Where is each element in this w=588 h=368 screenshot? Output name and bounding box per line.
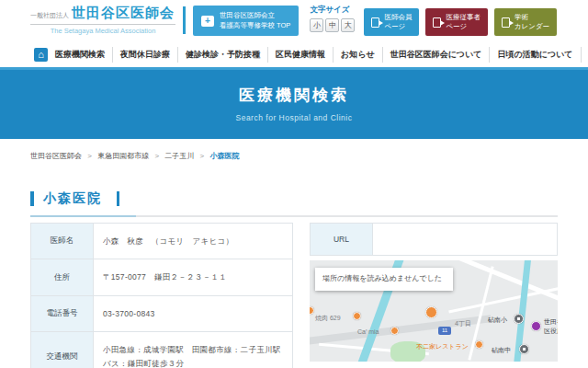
poi-ward-office[interactable]: 世田谷区役所	[544, 317, 558, 336]
font-size-medium-button[interactable]: 中	[325, 18, 339, 32]
nav-item-news[interactable]: お知らせ	[334, 47, 383, 63]
restaurant-pin-icon[interactable]	[310, 306, 314, 315]
member-button-line1: 医師会員	[384, 13, 412, 21]
nav-item-medical-search[interactable]: 医療機関検索	[48, 47, 113, 63]
worker-button-line1: 医療従事者	[446, 13, 481, 21]
page-banner: 医療機関検索 Search for Hospital and Clinic	[0, 67, 588, 139]
table-row-doctor: 医師名 小森 秋彦 （コモリ アキヒコ）	[31, 224, 293, 259]
org-name-en: The Setagaya Medical Association	[30, 27, 175, 35]
location-map[interactable]: 場所の情報を読み込めませんでした 焼肉 629 Ca' mia 11 4丁目 不…	[310, 260, 558, 362]
hospital-icon: +	[201, 16, 214, 27]
school-icon[interactable]	[519, 344, 529, 354]
nav-item-about[interactable]: 世田谷区医師会について	[383, 47, 491, 63]
nursing-school-button[interactable]: + 世田谷区医師会立 看護高等専修学校 TOP	[193, 6, 299, 36]
calendar-button-line1: 学術	[514, 13, 528, 21]
calendar-button-line2: カレンダー	[514, 22, 549, 30]
font-size-large-button[interactable]: 大	[341, 18, 355, 32]
medical-worker-page-button[interactable]: 医療従事者 ページ	[425, 8, 488, 36]
url-table: URL	[310, 223, 558, 256]
url-value	[373, 224, 558, 256]
breadcrumb: 世田谷区医師会 > 東急田園都市線 > 二子玉川 > 小森医院	[0, 139, 588, 170]
breadcrumb-line[interactable]: 東急田園都市線	[97, 152, 149, 160]
breadcrumb-separator: >	[154, 152, 159, 160]
nav-item-night-holiday[interactable]: 夜間休日診療	[113, 47, 178, 63]
member-button-line2: ページ	[384, 22, 405, 30]
phone-label: 電話番号	[31, 295, 94, 331]
logo-separator	[183, 6, 186, 34]
doctor-name-label: 医師名	[31, 224, 94, 259]
breadcrumb-separator: >	[87, 152, 92, 160]
title-bar-right	[117, 191, 119, 206]
school-button-line1: 世田谷区医師会立	[220, 11, 275, 19]
table-row-phone: 電話番号 03-3700-0843	[31, 295, 293, 331]
nav-item-contact[interactable]: お問い合わせ	[582, 47, 588, 63]
address-label: 住所	[31, 259, 94, 295]
site-logo[interactable]: 一般社団法人 世田谷区医師会 The Setagaya Medical Asso…	[30, 5, 175, 35]
nav-item-activities[interactable]: 日頃の活動について	[490, 47, 581, 63]
government-pin-icon[interactable]	[531, 321, 541, 331]
worker-button-line2: ページ	[446, 22, 467, 30]
restaurant-pin-icon[interactable]	[475, 340, 483, 349]
route-shield-icon: 11	[438, 327, 451, 335]
font-size-label: 文字サイズ	[310, 5, 357, 16]
url-label: URL	[311, 224, 373, 256]
transport-label: 交通機関	[31, 332, 94, 368]
poi-camia[interactable]: Ca' mia	[357, 328, 379, 335]
poi-pin-icon[interactable]	[425, 306, 437, 318]
phone-value: 03-3700-0843	[94, 295, 293, 331]
breadcrumb-home[interactable]: 世田谷区医師会	[30, 152, 82, 160]
clinic-info-panel: 医師名 小森 秋彦 （コモリ アキヒコ） 住所 〒157-0077 鎌田２－２３…	[30, 223, 293, 368]
school-icon[interactable]	[514, 314, 524, 324]
org-name: 世田谷区医師会	[72, 5, 175, 22]
nav-item-checkup-vaccination[interactable]: 健診検診・予防接種	[178, 47, 268, 63]
member-page-button[interactable]: 医師会員 ページ	[364, 8, 419, 36]
nav-item-citizen-health[interactable]: 区民健康情報	[268, 47, 334, 63]
breadcrumb-separator: >	[200, 152, 205, 160]
main-nav: ⌂ 医療機関検索 夜間休日診療 健診検診・予防接種 区民健康情報 お知らせ 世田…	[0, 42, 588, 67]
login-icon	[502, 17, 510, 28]
main-content: 小森医院 医師名 小森 秋彦 （コモリ アキヒコ） 住所 〒157-0077 鎌…	[0, 190, 588, 368]
title-underline	[30, 215, 558, 217]
school-button-line2: 看護高等専修学校 TOP	[220, 21, 290, 29]
address-value: 〒157-0077 鎌田２－２３－１１	[94, 259, 293, 295]
clinic-name-heading: 小森医院	[43, 190, 102, 207]
clinic-title-row: 小森医院	[30, 190, 558, 207]
table-row-address: 住所 〒157-0077 鎌田２－２３－１１	[31, 259, 293, 295]
font-size-control: 文字サイズ 小 中 大	[310, 5, 357, 32]
clinic-url-map-panel: URL 場所の情報を読み込めませんでした	[310, 223, 558, 368]
transport-value: 小田急線：成城学園駅 田園都市線：二子玉川駅 バス：鎌田町徒歩３分	[94, 332, 293, 368]
page-title: 医療機関検索	[0, 70, 588, 106]
table-row-transport: 交通機関 小田急線：成城学園駅 田園都市線：二子玉川駅 バス：鎌田町徒歩３分	[31, 332, 293, 368]
table-row-url: URL	[311, 224, 558, 256]
home-icon[interactable]: ⌂	[34, 48, 48, 62]
restaurant-pin-icon[interactable]	[390, 327, 399, 335]
page-subtitle: Search for Hospital and Clinic	[0, 113, 588, 122]
map-error-popup: 場所の情報を読み込めませんでした	[315, 268, 453, 291]
poi-chome: 4丁目	[455, 319, 471, 328]
title-bar-left	[30, 191, 34, 206]
poi-elementary-school[interactable]: 砧南小	[488, 316, 507, 325]
breadcrumb-current[interactable]: 小森医院	[209, 152, 239, 160]
poi-fujiya[interactable]: 不二家レストラン	[416, 342, 469, 351]
site-header: 一般社団法人 世田谷区医師会 The Setagaya Medical Asso…	[0, 0, 588, 42]
poi-junior-high-school[interactable]: 砧南中	[492, 346, 511, 355]
doctor-name-value: 小森 秋彦 （コモリ アキヒコ）	[94, 224, 293, 259]
login-icon	[433, 17, 441, 28]
login-icon	[371, 17, 379, 28]
org-type-label: 一般社団法人	[30, 11, 69, 20]
font-size-small-button[interactable]: 小	[310, 18, 323, 32]
academic-calendar-button[interactable]: 学術 カレンダー	[494, 8, 557, 36]
breadcrumb-station[interactable]: 二子玉川	[164, 152, 194, 160]
poi-yakiniku[interactable]: 焼肉 629	[315, 314, 341, 323]
clinic-info-table: 医師名 小森 秋彦 （コモリ アキヒコ） 住所 〒157-0077 鎌田２－２３…	[30, 223, 293, 368]
restaurant-pin-icon[interactable]	[353, 312, 361, 320]
